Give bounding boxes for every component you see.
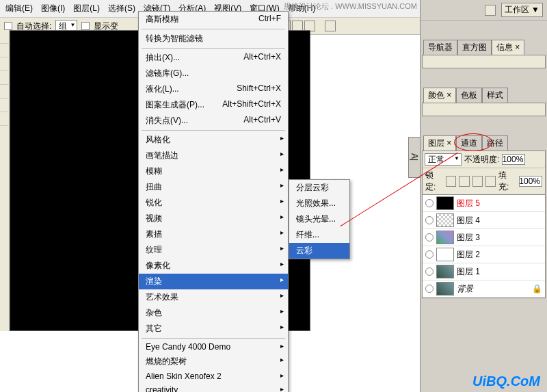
blend-mode-select[interactable]: 正常	[425, 153, 462, 166]
layer-name: 图层 1	[457, 266, 542, 278]
tool-icon[interactable]	[0, 30, 10, 44]
filter-sharpen[interactable]: 锐化	[139, 195, 288, 211]
visibility-icon[interactable]	[425, 267, 433, 276]
fill-label: 填充:	[498, 170, 516, 193]
opacity-input[interactable]: 100%	[502, 154, 525, 165]
tab-navigator[interactable]: 导航器	[423, 40, 457, 55]
render-lighting[interactable]: 光照效果...	[289, 196, 349, 211]
lock-all-icon[interactable]	[485, 176, 496, 187]
filter-liquify[interactable]: 液化(L)...Shift+Ctrl+X	[139, 81, 288, 97]
layer-row[interactable]: 图层 4	[423, 212, 545, 229]
show-transform-checkbox[interactable]	[81, 22, 90, 30]
filter-plugin[interactable]: Eye Candy 4000 Demo	[139, 340, 288, 354]
filter-noise[interactable]: 杂色	[139, 305, 288, 321]
filter-video[interactable]: 视频	[139, 211, 288, 226]
workspace-row: 工作区 ▼	[421, 0, 547, 21]
color-panel	[422, 103, 546, 116]
filter-gallery[interactable]: 滤镜库(G)...	[139, 66, 288, 81]
layer-row[interactable]: 图层 3	[423, 229, 545, 246]
menu-layer[interactable]: 图层(L)	[70, 1, 103, 16]
watermark-text: 思缘设计论坛 . WWW.MISSYUAN.COM	[284, 1, 417, 12]
tab-layers[interactable]: 图层 ×	[423, 135, 456, 151]
filter-plugin[interactable]: Alien Skin Xenofex 2	[139, 369, 288, 383]
menu-select[interactable]: 选择(S)	[105, 1, 138, 16]
tab-histogram[interactable]: 直方图	[457, 40, 492, 55]
fill-input[interactable]: 100%	[519, 176, 542, 187]
tool-icon[interactable]	[0, 44, 10, 57]
color-tabs: 颜色 × 色板 样式	[421, 86, 547, 103]
visibility-icon[interactable]	[425, 250, 433, 259]
tool-strip	[0, 30, 10, 331]
visibility-icon[interactable]	[425, 285, 433, 293]
tab-color[interactable]: 颜色 ×	[423, 88, 456, 103]
tab-paths[interactable]: 路径	[482, 135, 508, 151]
tool-icon[interactable]	[0, 57, 10, 71]
lock-transparency-icon[interactable]	[446, 176, 456, 187]
layer-thumb[interactable]	[436, 265, 454, 278]
visibility-icon[interactable]	[425, 233, 433, 241]
layer-thumb[interactable]	[436, 282, 454, 296]
tab-styles[interactable]: 样式	[482, 88, 508, 103]
render-diff-clouds[interactable]: 分层云彩	[289, 180, 349, 196]
tool-icon[interactable]	[0, 71, 10, 85]
layer-name: 图层 3	[457, 232, 542, 244]
filter-vanishing[interactable]: 消失点(V)...Alt+Ctrl+V	[139, 113, 288, 129]
filter-plugin[interactable]: 燃烧的梨树	[139, 354, 288, 369]
tab-swatches[interactable]: 色板	[456, 88, 482, 103]
tab-channels[interactable]: 通道	[456, 135, 482, 151]
workspace-button[interactable]: 工作区 ▼	[501, 3, 543, 17]
tool-icon[interactable]	[0, 112, 10, 126]
layer-list: 图层 5 图层 4 图层 3 图层 2 图层 1 背景🔒	[423, 194, 545, 298]
layer-row[interactable]: 图层 2	[423, 246, 545, 263]
filter-menu-dropdown: 高斯模糊Ctrl+F 转换为智能滤镜 抽出(X)...Alt+Ctrl+X 滤镜…	[138, 11, 289, 392]
filter-last[interactable]: 高斯模糊Ctrl+F	[139, 12, 288, 27]
filter-pattern[interactable]: 图案生成器(P)...Alt+Shift+Ctrl+X	[139, 97, 288, 113]
filter-artistic[interactable]: 艺术效果	[139, 289, 288, 305]
filter-render[interactable]: 渲染	[139, 274, 288, 289]
filter-smart[interactable]: 转换为智能滤镜	[139, 31, 288, 47]
filter-texture[interactable]: 纹理	[139, 242, 288, 258]
layer-row[interactable]: 背景🔒	[423, 280, 545, 298]
lock-label: 锁定:	[425, 170, 443, 193]
filter-brush[interactable]: 画笔描边	[139, 148, 288, 164]
filter-plugin[interactable]: creativity	[139, 383, 288, 392]
menu-edit[interactable]: 编辑(E)	[3, 1, 36, 16]
filter-pixelate[interactable]: 像素化	[139, 258, 288, 274]
app-icon[interactable]	[485, 5, 496, 16]
layer-row[interactable]: 图层 1	[423, 263, 545, 280]
opacity-label: 不透明度:	[464, 154, 499, 166]
lock-position-icon[interactable]	[472, 176, 483, 187]
watermark-logo: UiBQ.CoM	[472, 374, 540, 389]
layer-row[interactable]: 图层 5	[423, 195, 545, 212]
filter-stylize[interactable]: 风格化	[139, 132, 288, 148]
tab-info[interactable]: 信息 ×	[492, 40, 524, 55]
nav-tabs: 导航器 直方图 信息 ×	[421, 38, 547, 55]
character-tab-icon[interactable]: A|	[408, 137, 421, 178]
render-clouds[interactable]: 云彩	[289, 243, 349, 259]
layer-name: 图层 2	[457, 249, 542, 261]
visibility-icon[interactable]	[425, 199, 433, 207]
tool-icon[interactable]	[0, 85, 10, 99]
render-fibers[interactable]: 纤维...	[289, 227, 349, 243]
right-panels: 工作区 ▼ 导航器 直方图 信息 × 颜色 × 色板 样式 图层 × 通道 路径…	[420, 0, 547, 392]
layer-name: 背景	[457, 283, 529, 295]
layer-thumb[interactable]	[436, 196, 454, 210]
visibility-icon[interactable]	[425, 216, 433, 224]
lock-pixels-icon[interactable]	[459, 176, 469, 187]
render-lens-flare[interactable]: 镜头光晕...	[289, 211, 349, 227]
filter-extract[interactable]: 抽出(X)...Alt+Ctrl+X	[139, 50, 288, 66]
render-submenu: 分层云彩 光照效果... 镜头光晕... 纤维... 云彩	[289, 179, 350, 259]
info-panel	[422, 55, 546, 68]
tool-icon[interactable]	[0, 99, 10, 112]
filter-other[interactable]: 其它	[139, 321, 288, 337]
filter-sketch[interactable]: 素描	[139, 226, 288, 242]
filter-distort[interactable]: 扭曲	[139, 179, 288, 195]
layer-tabs: 图层 × 通道 路径	[421, 134, 547, 151]
distribute-icon[interactable]	[325, 21, 336, 31]
filter-blur[interactable]: 模糊	[139, 164, 288, 179]
layer-thumb[interactable]	[436, 248, 454, 261]
layer-thumb[interactable]	[436, 213, 454, 227]
layer-thumb[interactable]	[436, 231, 454, 244]
auto-select-checkbox[interactable]	[4, 22, 12, 30]
menu-image[interactable]: 图像(I)	[38, 1, 68, 16]
